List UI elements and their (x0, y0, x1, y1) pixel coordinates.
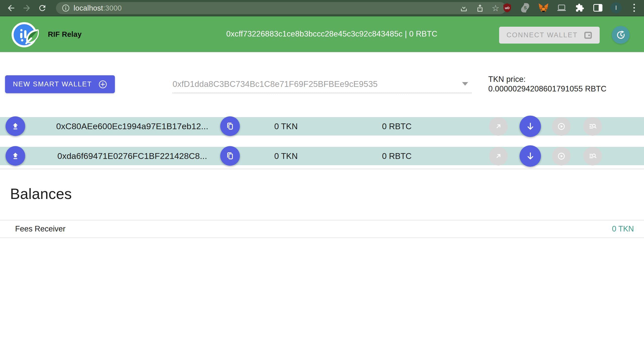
execute-button[interactable] (552, 147, 571, 165)
smart-wallet-row: 0xda6f69471E0276FC1BF221428C8... 0 TKN 0… (0, 147, 644, 165)
browser-menu-button[interactable] (628, 2, 640, 14)
smart-wallet-select[interactable]: 0xfD1dda8C3BC734Bc1C8e71F69F25BFBEe9cE95… (173, 76, 472, 93)
header-account-balance: 0xcff73226883c1ce8b3bccc28e45c3c92c84348… (226, 29, 437, 39)
extensions-puzzle-icon[interactable] (574, 2, 586, 14)
side-panel-icon[interactable] (592, 2, 604, 14)
copy-address-button[interactable] (220, 116, 240, 136)
metamask-extension-icon[interactable] (538, 2, 549, 14)
install-icon[interactable] (460, 4, 468, 12)
s-extension-icon[interactable]: S (520, 2, 531, 14)
deploy-wallet-button[interactable] (6, 146, 25, 166)
copy-icon (226, 122, 235, 131)
share-icon[interactable] (476, 4, 484, 12)
tkn-price: TKN price: 0.00000294208601791055 RBTC (488, 75, 629, 94)
selected-wallet-address: 0xfD1dda8C3BC734Bc1C8e71F69F25BFBEe9cE95… (173, 79, 378, 89)
wallet-icon (584, 31, 592, 39)
connect-wallet-button[interactable]: CONNECT WALLET (499, 27, 600, 44)
reload-icon (38, 4, 47, 13)
wallet-rbtc-balance: 0 RBTC (367, 147, 427, 165)
laptop-extension-icon[interactable] (556, 2, 567, 14)
search-list-icon (588, 152, 597, 161)
app-title: RIF Relay (48, 30, 82, 39)
svg-text:uO: uO (505, 6, 510, 10)
app-header: RIF Relay 0xcff73226883c1ce8b3bccc28e45c… (0, 16, 644, 52)
arrow-down-icon (525, 151, 535, 161)
copy-icon (226, 151, 235, 160)
upload-icon (11, 122, 20, 131)
arrow-down-icon (525, 121, 535, 131)
fees-receiver-value: 0 TKN (612, 224, 634, 233)
receive-button[interactable] (520, 116, 541, 137)
forward-button[interactable] (21, 3, 32, 14)
profile-avatar[interactable]: I (610, 2, 622, 14)
wallet-address: 0xda6f69471E0276FC1BF221428C8... (50, 147, 214, 165)
wallet-tkn-balance: 0 TKN (260, 147, 312, 165)
url-text[interactable]: localhost:3000 (74, 4, 122, 12)
new-smart-wallet-button[interactable]: NEW SMART WALLET (5, 75, 115, 93)
rif-relay-logo (11, 21, 41, 49)
site-info-icon[interactable] (61, 4, 70, 12)
url-host: localhost (74, 4, 103, 12)
inspect-button[interactable] (583, 117, 602, 136)
bookmark-star-icon[interactable]: ☆ (492, 4, 499, 12)
transfer-button[interactable] (489, 147, 508, 165)
arrow-up-right-icon (494, 152, 502, 160)
transfer-button[interactable] (489, 117, 508, 136)
inspect-button[interactable] (583, 147, 602, 165)
copy-address-button[interactable] (220, 146, 240, 166)
tkn-price-label: TKN price: (488, 75, 629, 84)
arrow-up-right-icon (494, 122, 502, 130)
omnibox[interactable]: localhost:3000 ☆ (56, 2, 506, 14)
forward-arrow-icon (22, 3, 31, 13)
chevron-down-icon (462, 82, 468, 86)
refresh-button[interactable] (612, 26, 630, 44)
svg-text:S: S (524, 6, 527, 10)
url-port: :3000 (103, 4, 122, 12)
browser-chrome-bar: localhost:3000 ☆ uO S (0, 0, 644, 16)
execute-button[interactable] (552, 117, 571, 136)
vertical-dots-icon (633, 4, 635, 12)
upload-icon (11, 151, 20, 160)
tkn-price-value: 0.00000294208601791055 RBTC (488, 84, 629, 94)
plus-circle-icon (99, 80, 107, 89)
deploy-wallet-button[interactable] (6, 116, 25, 136)
play-circle-icon (557, 122, 566, 131)
table-row: Fees Receiver 0 TKN (0, 220, 644, 238)
balances-title: Balances (10, 185, 72, 202)
ublock-extension-icon[interactable]: uO (501, 2, 513, 14)
back-button[interactable] (6, 3, 17, 14)
search-list-icon (588, 122, 597, 131)
wallet-address: 0xC80AEe600Ec1994a97E1B17eb12... (50, 117, 214, 135)
fees-receiver-label: Fees Receiver (15, 224, 66, 233)
wallet-rbtc-balance: 0 RBTC (367, 117, 427, 135)
wallet-tkn-balance: 0 TKN (260, 117, 312, 135)
smart-wallet-row: 0xC80AEe600Ec1994a97E1B17eb12... 0 TKN 0… (0, 117, 644, 135)
receive-button[interactable] (520, 145, 541, 167)
play-circle-icon (557, 152, 566, 161)
back-arrow-icon (6, 3, 16, 13)
refresh-clock-icon (616, 30, 626, 40)
section-divider (0, 169, 644, 169)
reload-button[interactable] (37, 3, 48, 14)
